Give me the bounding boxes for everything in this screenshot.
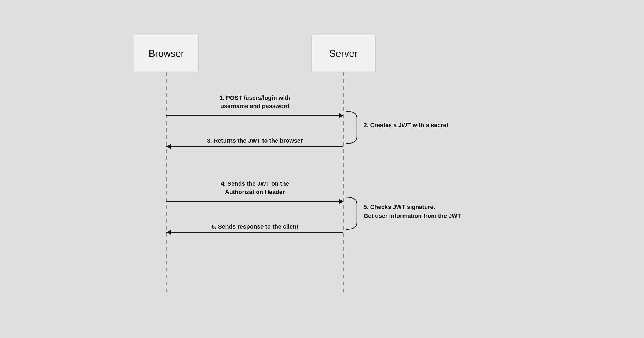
step4-arrow-line — [166, 201, 343, 202]
step6-arrow-line — [166, 232, 343, 233]
step4-arrowhead — [339, 199, 343, 204]
step2-label: 2. Creates a JWT with a secret — [364, 121, 448, 130]
step3-label: 3. Returns the JWT to the browser — [169, 137, 341, 145]
step5-label: 5. Checks JWT signature.Get user informa… — [364, 203, 461, 220]
server-actor-box: Server — [311, 35, 376, 72]
browser-lifeline — [166, 72, 167, 295]
step1-label: 1. POST /users/login withusername and pa… — [169, 94, 341, 111]
step5-bracket-svg — [343, 196, 360, 231]
step3-arrowhead — [166, 144, 171, 149]
browser-label: Browser — [149, 48, 184, 59]
server-lifeline — [343, 72, 344, 295]
step2-bracket-svg — [343, 110, 360, 145]
diagram-container: Browser Server 1. POST /users/login with… — [0, 0, 644, 338]
server-label: Server — [329, 48, 358, 59]
step1-arrowhead — [339, 113, 343, 118]
step4-label: 4. Sends the JWT on theAuthorization Hea… — [169, 180, 341, 196]
step1-arrow-line — [166, 115, 343, 116]
browser-actor-box: Browser — [134, 35, 199, 72]
step6-label: 6. Sends response to the client — [169, 223, 341, 231]
diagram-inner: Browser Server 1. POST /users/login with… — [134, 35, 510, 303]
step6-arrowhead — [166, 230, 171, 235]
step3-arrow-line — [166, 146, 343, 147]
